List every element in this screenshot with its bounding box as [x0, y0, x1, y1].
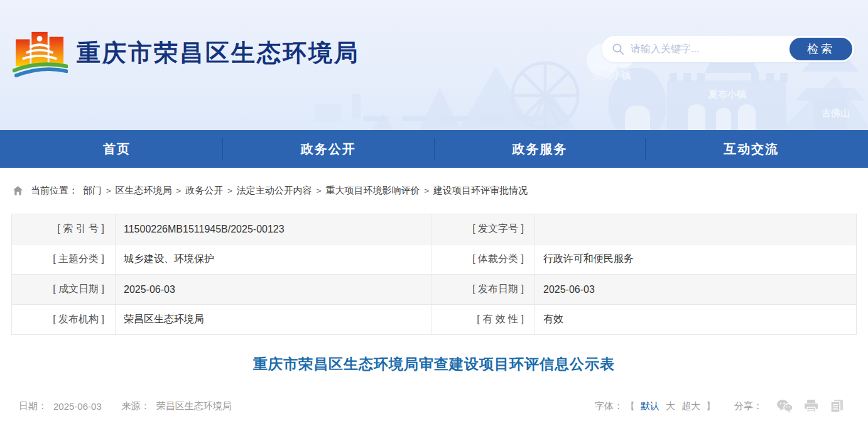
site-title: 重庆市荣昌区生态环境局 [77, 37, 360, 69]
article-title: 重庆市荣昌区生态环境局审查建设项目环评信息公示表 [11, 354, 857, 374]
breadcrumb-item-gov-disclosure[interactable]: 政务公开 [185, 185, 223, 197]
meta-label-publisher: [ 发布机构 ] [12, 305, 116, 335]
meta-table: [ 索 引 号 ] 11500226MB1511945B/2025-00123 … [11, 214, 857, 335]
meta-label-index-number: [ 索 引 号 ] [12, 214, 116, 244]
wechat-share-icon[interactable] [776, 399, 793, 414]
nav-item-interaction[interactable]: 互动交流 [646, 130, 857, 168]
meta-value-index-number: 11500226MB1511945B/2025-00123 [116, 214, 431, 244]
meta-label-genre-category: [ 体裁分类 ] [431, 244, 535, 275]
nav-item-home[interactable]: 首页 [11, 130, 222, 168]
article-date: 2025-06-03 [53, 401, 102, 412]
nav-item-gov-disclosure[interactable]: 政务公开 [223, 130, 434, 168]
meta-value-document-number [535, 214, 857, 244]
breadcrumb-item-approval-status[interactable]: 建设项目环评审批情况 [433, 185, 528, 197]
breadcrumb-prefix: 当前位置： [31, 185, 78, 197]
source-label: 来源： [122, 400, 150, 412]
search-icon [612, 43, 624, 55]
meta-value-publisher: 荣昌区生态环境局 [116, 305, 431, 335]
share-label: 分享： [734, 400, 762, 412]
meta-label-document-number: [ 发文字号 ] [431, 214, 535, 244]
nav-item-gov-services[interactable]: 政务服务 [435, 130, 646, 168]
breadcrumb: 当前位置： 部门 > 区生态环境局 > 政务公开 > 法定主动公开内容 > 重大… [11, 168, 857, 197]
article-source: 荣昌区生态环境局 [156, 400, 232, 412]
meta-value-publish-date: 2025-06-03 [535, 275, 857, 305]
table-row: [ 发布机构 ] 荣昌区生态环境局 [ 有 效 性 ] 有效 [12, 305, 857, 335]
table-row: [ 主题分类 ] 城乡建设、环境保护 [ 体裁分类 ] 行政许可和便民服务 [12, 244, 857, 275]
date-label: 日期： [19, 400, 47, 412]
breadcrumb-item-bureau[interactable]: 区生态环境局 [116, 185, 172, 197]
search-button[interactable]: 检索 [789, 38, 852, 60]
font-option-large[interactable]: 大 [666, 400, 675, 412]
meta-value-written-date: 2025-06-03 [116, 275, 431, 305]
site-logo-icon [13, 28, 68, 78]
font-option-extra-large[interactable]: 超大 [681, 400, 700, 412]
meta-label-publish-date: [ 发布日期 ] [431, 275, 535, 305]
meta-label-validity: [ 有 效 性 ] [431, 305, 535, 335]
font-size-label: 字体： [595, 400, 623, 412]
main-nav: 首页 政务公开 政务服务 互动交流 [0, 130, 868, 168]
search-input[interactable] [624, 43, 789, 55]
breadcrumb-item-department[interactable]: 部门 [83, 185, 102, 197]
breadcrumb-item-statutory-content[interactable]: 法定主动公开内容 [237, 185, 312, 197]
meta-value-validity: 有效 [535, 305, 857, 335]
meta-label-topic-category: [ 主题分类 ] [12, 244, 116, 275]
font-option-default[interactable]: 默认 [641, 400, 659, 412]
brand[interactable]: 重庆市荣昌区生态环境局 [13, 28, 360, 78]
breadcrumb-separator: > [227, 186, 232, 195]
article-meta-bar: 日期：2025-06-03 来源：荣昌区生态环境局 字体： 【 默认 大 超大 … [11, 399, 857, 414]
meta-label-written-date: [ 成文日期 ] [12, 275, 116, 305]
font-bracket-close: 】 [706, 400, 715, 412]
home-icon [13, 185, 23, 196]
table-row: [ 索 引 号 ] 11500226MB1511945B/2025-00123 … [12, 214, 857, 244]
breadcrumb-separator: > [424, 186, 429, 195]
site-header: 安陶小镇 夏布小镇 古佛山 [0, 0, 868, 130]
breadcrumb-separator: > [106, 186, 111, 195]
breadcrumb-separator: > [317, 186, 322, 195]
breadcrumb-item-eia[interactable]: 重大项目环境影响评价 [325, 185, 420, 197]
table-row: [ 成文日期 ] 2025-06-03 [ 发布日期 ] 2025-06-03 [12, 275, 857, 305]
search-bar: 检索 [602, 36, 854, 62]
printer-icon[interactable] [803, 399, 819, 414]
meta-value-genre-category: 行政许可和便民服务 [535, 244, 857, 275]
font-bracket-open: 【 [626, 400, 635, 412]
meta-value-topic-category: 城乡建设、环境保护 [116, 244, 431, 275]
copy-document-icon[interactable] [829, 399, 844, 414]
breadcrumb-separator: > [176, 186, 182, 195]
